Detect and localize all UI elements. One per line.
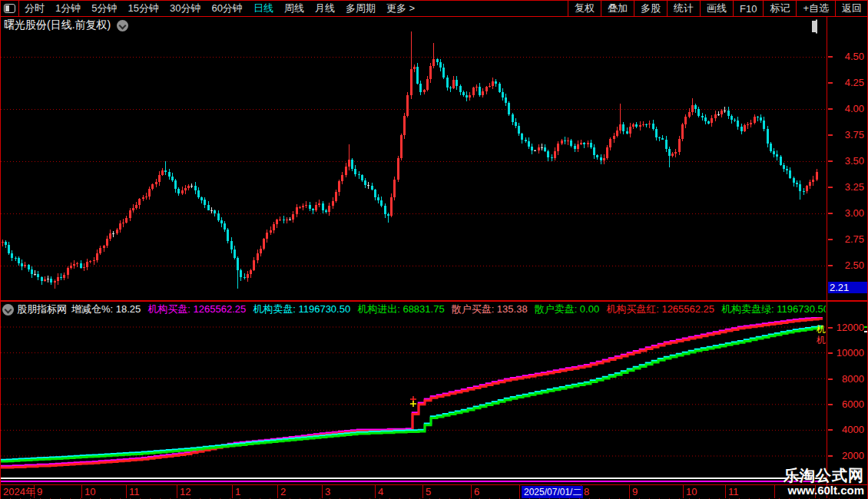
- tab-period-15分钟[interactable]: 15分钟: [122, 2, 164, 15]
- time-axis-separator: [471, 485, 472, 498]
- edge-mark-green: [864, 326, 868, 328]
- app-window: 分时1分钟5分钟15分钟30分钟60分钟日线周线月线多周期更多 > 复权叠加多股…: [0, 0, 868, 499]
- time-axis-separator: [177, 485, 177, 498]
- toolbar-button-返回[interactable]: 返回: [835, 1, 868, 16]
- selected-date-badge: 2025/07/01/二: [522, 486, 583, 498]
- time-axis-separator: [519, 485, 520, 498]
- time-axis-label: 11: [728, 486, 739, 498]
- indicator-source: 股朋指标网: [17, 302, 67, 316]
- time-axis-label: 1: [235, 486, 240, 498]
- price-axis-label: 3.50: [832, 156, 864, 167]
- indicator-field: 机构买盘: 1265562.25: [147, 302, 246, 316]
- time-axis-separator: [81, 485, 82, 498]
- indicator-field: 增减仓%: 18.25: [71, 302, 141, 316]
- time-axis-label: 12: [180, 486, 190, 498]
- time-axis-label: 3: [325, 486, 330, 498]
- time-axis-separator: [375, 485, 376, 498]
- tab-period-日线[interactable]: 日线: [248, 2, 279, 15]
- svg-text:机: 机: [816, 335, 826, 345]
- tab-period-60分钟[interactable]: 60分钟: [206, 2, 247, 15]
- panel-toggle-left[interactable]: [1, 1, 19, 16]
- indicator-chevron-icon[interactable]: [2, 304, 14, 316]
- price-axis-label: 4.50: [832, 51, 864, 62]
- toolbar-button-标记[interactable]: 标记: [763, 1, 796, 16]
- flow-axis-label: 10000: [832, 348, 864, 359]
- chart-title: 曙光股份(日线.前复权): [4, 18, 111, 32]
- tab-period-30分钟[interactable]: 30分钟: [164, 2, 206, 15]
- panel-left-icon: [4, 4, 15, 13]
- edge-mark-white: [864, 331, 868, 332]
- price-axis-label: 2.75: [832, 234, 864, 245]
- time-axis-label: 9: [37, 486, 42, 498]
- time-axis-label: 2024年: [3, 486, 35, 498]
- tab-period-多周期[interactable]: 多周期: [340, 2, 381, 15]
- time-axis-label: 9: [632, 486, 638, 498]
- toolbar-button-F10[interactable]: F10: [733, 1, 763, 16]
- price-axis-label: 4.00: [832, 104, 864, 114]
- price-axis-label: 4.25: [832, 78, 864, 88]
- flow-axis-label: 4000: [832, 425, 864, 435]
- watermark-url: www.60lt.com: [784, 484, 864, 497]
- time-axis-separator: [774, 485, 775, 498]
- tab-period-月线[interactable]: 月线: [310, 2, 340, 15]
- chevron-down-icon[interactable]: [117, 20, 128, 31]
- tab-period-5分钟[interactable]: 5分钟: [86, 2, 122, 15]
- price-axis-label: 2.50: [832, 260, 864, 271]
- time-axis-separator: [277, 485, 278, 498]
- chart-title-row: 曙光股份(日线.前复权): [4, 18, 128, 32]
- time-axis-separator: [629, 485, 630, 498]
- flow-axis-label: 8000: [832, 374, 864, 385]
- time-axis-label: 10: [84, 486, 95, 498]
- flow-axis-label: 12000: [832, 322, 864, 333]
- toolbar-button-叠加[interactable]: 叠加: [601, 1, 634, 16]
- time-axis-label: 8: [584, 486, 589, 498]
- toolbar-button-多股[interactable]: 多股: [634, 1, 667, 16]
- time-axis-separator: [232, 485, 233, 498]
- period-toolbar: 分时1分钟5分钟15分钟30分钟60分钟日线周线月线多周期更多 > 复权叠加多股…: [1, 1, 868, 17]
- time-axis-label: 11: [129, 486, 140, 498]
- time-axis[interactable]: 2024年91011121234568910112025/07/01/二: [1, 484, 868, 498]
- time-axis-label: 10: [686, 486, 697, 498]
- indicator-header: 股朋指标网 增减仓%: 18.25机构买盘: 1265562.25机构卖盘: 1…: [1, 302, 826, 317]
- time-axis-separator: [126, 485, 127, 498]
- price-axis-label: 3.25: [832, 182, 864, 193]
- time-axis-separator: [683, 485, 684, 498]
- tab-period-1分钟[interactable]: 1分钟: [50, 2, 86, 15]
- indicator-field: 散户卖盘: 0.00: [535, 302, 600, 316]
- indicator-field: 机构进出: 68831.75: [357, 302, 444, 316]
- watermark-site-name: 乐淘公式网: [784, 467, 864, 484]
- latest-price-badge: 2.21: [828, 282, 867, 293]
- institution-flow-plot[interactable]: 机机: [1, 317, 826, 484]
- time-axis-label: 5: [426, 486, 431, 498]
- svg-text:机: 机: [816, 324, 826, 335]
- time-axis-label: 6: [474, 486, 479, 498]
- toolbar-right-buttons: 复权叠加多股统计画线F10标记+自选返回: [568, 1, 868, 16]
- candlestick-plot[interactable]: [1, 17, 826, 300]
- tab-period-分时[interactable]: 分时: [19, 2, 50, 15]
- time-axis-separator: [422, 485, 423, 498]
- panel-right-icon: [816, 19, 817, 34]
- time-axis-label: 4: [378, 486, 383, 498]
- toolbar-button-+自选[interactable]: +自选: [796, 1, 835, 16]
- indicator-field: 散户买盘: 135.38: [452, 302, 528, 316]
- indicator-field: 机构卖盘: 1196730.50: [253, 302, 350, 316]
- toolbar-button-统计[interactable]: 统计: [667, 1, 700, 16]
- tab-period-更多 >[interactable]: 更多 >: [381, 2, 420, 15]
- price-axis-label: 3.75: [832, 130, 864, 140]
- time-axis-separator: [725, 485, 726, 498]
- indicator-field: 机构卖盘绿: 1196730.50: [721, 302, 826, 316]
- watermark: 乐淘公式网 www.60lt.com: [784, 467, 864, 497]
- period-menu: 分时1分钟5分钟15分钟30分钟60分钟日线周线月线多周期更多 >: [19, 1, 420, 16]
- toolbar-button-画线[interactable]: 画线: [700, 1, 733, 16]
- toolbar-button-复权[interactable]: 复权: [568, 1, 601, 16]
- indicator-field: 机构买盘红: 1265562.25: [606, 302, 714, 316]
- time-axis-separator: [322, 485, 323, 498]
- time-axis-label: 2: [280, 486, 286, 498]
- price-axis-label: 3.00: [832, 208, 864, 219]
- tab-period-周线[interactable]: 周线: [279, 2, 310, 15]
- panel-toggle-right[interactable]: [816, 20, 817, 34]
- flow-axis-label: 2000: [832, 451, 864, 461]
- flow-axis-label: 6000: [832, 399, 864, 410]
- price-axis-border: [827, 17, 827, 498]
